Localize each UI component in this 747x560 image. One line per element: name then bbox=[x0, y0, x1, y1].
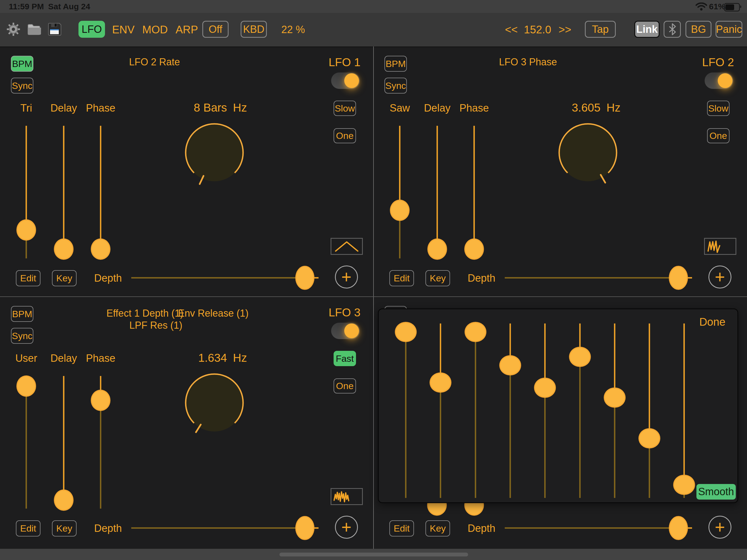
depth-slider[interactable] bbox=[131, 266, 318, 290]
slider-handle[interactable] bbox=[17, 376, 36, 397]
depth-slider[interactable] bbox=[505, 266, 692, 290]
panic-button[interactable]: Panic bbox=[716, 21, 742, 38]
edit-button[interactable]: Edit bbox=[16, 520, 41, 536]
one-shot-button[interactable]: One bbox=[334, 128, 356, 143]
add-modulation-button[interactable]: + bbox=[709, 265, 731, 288]
slow-fast-button[interactable]: Slow bbox=[707, 101, 729, 116]
key-button[interactable]: Key bbox=[52, 270, 77, 286]
slider-handle[interactable] bbox=[17, 219, 36, 240]
user-wave-step-slider[interactable] bbox=[673, 324, 695, 498]
tab-arp[interactable]: ARP bbox=[173, 23, 200, 36]
one-shot-button[interactable]: One bbox=[334, 378, 356, 393]
phase-slider[interactable] bbox=[91, 126, 110, 258]
depth-slider[interactable] bbox=[131, 516, 318, 540]
slider-handle[interactable] bbox=[673, 475, 695, 495]
off-button[interactable]: Off bbox=[202, 21, 229, 38]
wave-amount-slider[interactable] bbox=[17, 126, 36, 258]
slider-handle[interactable] bbox=[395, 322, 417, 342]
rate-knob[interactable] bbox=[179, 117, 250, 188]
depth-handle[interactable] bbox=[295, 266, 314, 290]
slider-handle[interactable] bbox=[534, 378, 556, 398]
wave-shape-button[interactable] bbox=[704, 238, 736, 255]
sync-button[interactable]: Sync bbox=[384, 78, 407, 94]
delay-slider[interactable] bbox=[54, 126, 74, 258]
tap-tempo-button[interactable]: Tap bbox=[585, 21, 616, 38]
bpm-button[interactable]: BPM bbox=[11, 56, 33, 72]
done-button[interactable]: Done bbox=[699, 316, 725, 328]
depth-handle[interactable] bbox=[669, 516, 688, 540]
user-wave-step-slider[interactable] bbox=[395, 324, 417, 498]
edit-button[interactable]: Edit bbox=[389, 270, 414, 286]
bpm-button[interactable]: BPM bbox=[384, 56, 407, 72]
slider-handle[interactable] bbox=[569, 347, 591, 367]
depth-slider[interactable] bbox=[505, 516, 692, 540]
add-modulation-button[interactable]: + bbox=[335, 516, 358, 539]
slider-handle[interactable] bbox=[604, 387, 626, 408]
rate-knob[interactable] bbox=[179, 367, 250, 438]
slider-handle[interactable] bbox=[639, 428, 660, 449]
ableton-link-button[interactable]: Link bbox=[634, 21, 660, 38]
user-wave-step-slider[interactable] bbox=[465, 324, 486, 498]
slider-handle[interactable] bbox=[390, 200, 410, 221]
key-button[interactable]: Key bbox=[426, 520, 450, 536]
user-wave-step-slider[interactable] bbox=[430, 324, 452, 498]
lfo-enable-toggle[interactable] bbox=[331, 323, 360, 339]
settings-gear-icon[interactable] bbox=[6, 22, 21, 36]
wave-amount-slider[interactable] bbox=[390, 126, 410, 258]
tab-lfo[interactable]: LFO bbox=[78, 21, 105, 38]
slider-handle[interactable] bbox=[499, 355, 521, 376]
bluetooth-button[interactable] bbox=[664, 21, 681, 38]
rate-knob[interactable] bbox=[552, 117, 623, 188]
smooth-button[interactable]: Smooth bbox=[696, 484, 736, 500]
slider-handle[interactable] bbox=[91, 390, 110, 411]
key-button[interactable]: Key bbox=[426, 270, 450, 286]
slider-handle[interactable] bbox=[430, 373, 452, 393]
wave-shape-button[interactable] bbox=[331, 238, 363, 255]
wave-amount-slider[interactable] bbox=[17, 376, 36, 509]
phase-label: Phase bbox=[81, 353, 120, 364]
add-modulation-button[interactable]: + bbox=[709, 516, 731, 539]
one-shot-button[interactable]: One bbox=[707, 128, 729, 143]
lfo-enable-toggle[interactable] bbox=[705, 73, 733, 89]
folder-icon[interactable] bbox=[27, 22, 41, 36]
key-button[interactable]: Key bbox=[52, 520, 77, 536]
slider-handle[interactable] bbox=[54, 238, 74, 260]
bg-button[interactable]: BG bbox=[686, 21, 712, 38]
lfo-enable-toggle[interactable] bbox=[331, 73, 360, 89]
phase-slider[interactable] bbox=[464, 126, 484, 258]
add-modulation-button[interactable]: + bbox=[335, 265, 358, 288]
bpm-increment[interactable]: >> bbox=[554, 23, 576, 36]
bpm-button[interactable]: BPM bbox=[11, 306, 33, 322]
depth-label: Depth bbox=[464, 272, 499, 284]
slider-handle[interactable] bbox=[91, 238, 110, 260]
tab-mod[interactable]: MOD bbox=[141, 23, 169, 36]
depth-handle[interactable] bbox=[295, 516, 314, 540]
slider-handle[interactable] bbox=[428, 238, 447, 260]
wave-shape-button[interactable] bbox=[331, 488, 363, 505]
edit-button[interactable]: Edit bbox=[389, 520, 414, 536]
user-wave-step-slider[interactable] bbox=[569, 324, 591, 498]
user-wave-step-slider[interactable] bbox=[534, 324, 556, 498]
tab-env[interactable]: ENV bbox=[110, 23, 137, 36]
delay-slider[interactable] bbox=[54, 376, 74, 509]
rate-unit: Hz bbox=[233, 351, 258, 364]
slow-fast-button[interactable]: Slow bbox=[334, 101, 356, 116]
phase-slider[interactable] bbox=[91, 376, 110, 509]
bpm-decrement[interactable]: << bbox=[500, 23, 522, 36]
slow-fast-button[interactable]: Fast bbox=[334, 351, 356, 366]
slider-handle[interactable] bbox=[465, 322, 486, 342]
edit-button[interactable]: Edit bbox=[16, 270, 41, 286]
bpm-value[interactable]: 152.0 bbox=[521, 23, 554, 36]
user-wave-step-slider[interactable] bbox=[604, 324, 626, 498]
sync-button[interactable]: Sync bbox=[11, 78, 33, 94]
slider-handle[interactable] bbox=[54, 489, 74, 511]
user-wave-step-slider[interactable] bbox=[499, 324, 521, 498]
save-floppy-icon[interactable] bbox=[47, 22, 61, 36]
kbd-button[interactable]: KBD bbox=[241, 21, 267, 38]
sync-button[interactable]: Sync bbox=[11, 328, 33, 344]
depth-handle[interactable] bbox=[669, 266, 688, 290]
user-wave-step-slider[interactable] bbox=[639, 324, 660, 498]
home-indicator[interactable] bbox=[279, 553, 468, 556]
delay-slider[interactable] bbox=[428, 126, 447, 258]
slider-handle[interactable] bbox=[464, 238, 484, 260]
